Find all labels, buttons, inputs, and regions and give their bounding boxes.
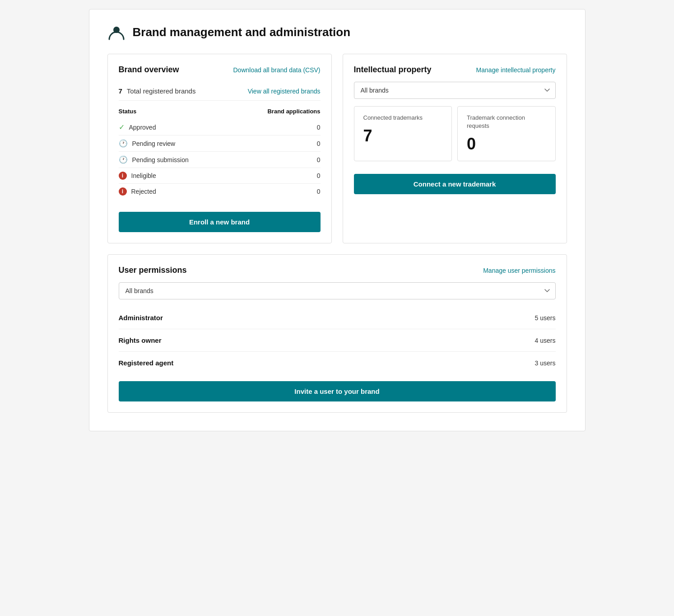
check-icon: ✓ bbox=[119, 123, 125, 131]
permission-name-rights-owner: Rights owner bbox=[119, 336, 162, 344]
user-permissions-card: User permissions Manage user permissions… bbox=[107, 254, 567, 413]
ip-card-title: Intellectual property bbox=[354, 65, 432, 75]
permission-count-administrator: 5 users bbox=[535, 314, 556, 322]
brand-overview-title: Brand overview bbox=[119, 65, 179, 75]
status-name-pending-submission: Pending submission bbox=[132, 156, 189, 163]
status-left-ineligible: i Ineligible bbox=[119, 172, 156, 180]
user-permissions-brand-dropdown[interactable]: All brands bbox=[119, 282, 556, 299]
status-count-ineligible: 0 bbox=[317, 172, 321, 179]
status-row-pending-submission: 🕐 Pending submission 0 bbox=[119, 152, 321, 168]
brand-overview-card: Brand overview Download all brand data (… bbox=[107, 54, 332, 243]
page-title: Brand management and administration bbox=[133, 25, 351, 39]
permission-count-rights-owner: 4 users bbox=[535, 337, 556, 344]
clock-icon-submission: 🕐 bbox=[119, 155, 128, 164]
status-row-ineligible: i Ineligible 0 bbox=[119, 168, 321, 184]
status-count-pending-submission: 0 bbox=[317, 156, 321, 163]
main-two-col: Brand overview Download all brand data (… bbox=[107, 54, 567, 243]
brand-overview-header: Brand overview Download all brand data (… bbox=[119, 65, 321, 75]
status-row-approved: ✓ Approved 0 bbox=[119, 119, 321, 135]
status-count-approved: 0 bbox=[317, 124, 321, 131]
status-row-pending-review: 🕐 Pending review 0 bbox=[119, 135, 321, 152]
permission-count-registered-agent: 3 users bbox=[535, 359, 556, 367]
info-red-icon-rejected: i bbox=[119, 187, 127, 196]
ip-card-header: Intellectual property Manage intellectua… bbox=[354, 65, 556, 75]
permission-row-rights-owner: Rights owner 4 users bbox=[119, 329, 556, 352]
manage-user-permissions-link[interactable]: Manage user permissions bbox=[483, 267, 555, 274]
total-brand-count: 7 bbox=[119, 87, 122, 95]
enroll-brand-button[interactable]: Enroll a new brand bbox=[119, 212, 321, 232]
status-left-pending-submission: 🕐 Pending submission bbox=[119, 155, 189, 164]
download-csv-link[interactable]: Download all brand data (CSV) bbox=[233, 66, 321, 74]
brand-count-row: 7 Total registered brands View all regis… bbox=[119, 82, 321, 101]
status-count-rejected: 0 bbox=[317, 188, 321, 195]
manage-ip-link[interactable]: Manage intellectual property bbox=[476, 66, 556, 74]
connect-trademark-button[interactable]: Connect a new trademark bbox=[354, 174, 556, 194]
status-count-pending-review: 0 bbox=[317, 140, 321, 147]
ip-dropdown-row: All brands bbox=[354, 82, 556, 99]
intellectual-property-card: Intellectual property Manage intellectua… bbox=[343, 54, 567, 243]
user-permissions-title: User permissions bbox=[119, 266, 187, 275]
trademark-requests-label: Trademark connection requests bbox=[467, 114, 546, 130]
view-all-brands-link[interactable]: View all registered brands bbox=[248, 88, 321, 95]
user-permissions-header: User permissions Manage user permissions bbox=[119, 266, 556, 275]
clock-icon-review: 🕐 bbox=[119, 139, 128, 148]
status-name-rejected: Rejected bbox=[131, 188, 156, 195]
permission-name-administrator: Administrator bbox=[119, 314, 163, 322]
ip-metrics: Connected trademarks 7 Trademark connect… bbox=[354, 106, 556, 161]
status-name-approved: Approved bbox=[129, 124, 156, 131]
invite-user-button[interactable]: Invite a user to your brand bbox=[119, 381, 556, 401]
status-col-header: Status bbox=[119, 108, 137, 115]
trademark-requests-box: Trademark connection requests 0 bbox=[457, 106, 556, 161]
applications-col-header: Brand applications bbox=[267, 108, 320, 115]
ip-brand-dropdown[interactable]: All brands bbox=[354, 82, 556, 99]
status-name-ineligible: Ineligible bbox=[131, 172, 156, 179]
status-table: Status Brand applications ✓ Approved 0 🕐… bbox=[119, 108, 321, 199]
connected-trademarks-box: Connected trademarks 7 bbox=[354, 106, 452, 161]
connected-trademarks-value: 7 bbox=[363, 126, 443, 145]
status-left-rejected: i Rejected bbox=[119, 187, 156, 196]
status-name-pending-review: Pending review bbox=[132, 140, 176, 147]
info-red-icon-ineligible: i bbox=[119, 172, 127, 180]
brand-count-info: 7 Total registered brands bbox=[119, 87, 196, 95]
status-left-pending-review: 🕐 Pending review bbox=[119, 139, 176, 148]
page-header: Brand management and administration bbox=[107, 23, 567, 41]
status-row-rejected: i Rejected 0 bbox=[119, 184, 321, 199]
user-permissions-dropdown-row: All brands bbox=[119, 282, 556, 299]
page-container: Brand management and administration Bran… bbox=[89, 9, 586, 431]
trademark-requests-value: 0 bbox=[467, 135, 546, 154]
person-icon bbox=[107, 23, 126, 41]
status-left-approved: ✓ Approved bbox=[119, 123, 156, 131]
permission-row-registered-agent: Registered agent 3 users bbox=[119, 352, 556, 374]
connected-trademarks-label: Connected trademarks bbox=[363, 114, 443, 122]
permissions-list: Administrator 5 users Rights owner 4 use… bbox=[119, 307, 556, 374]
total-brand-label: Total registered brands bbox=[127, 87, 196, 95]
col-header-row: Status Brand applications bbox=[119, 108, 321, 115]
permission-row-administrator: Administrator 5 users bbox=[119, 307, 556, 329]
permission-name-registered-agent: Registered agent bbox=[119, 359, 174, 367]
